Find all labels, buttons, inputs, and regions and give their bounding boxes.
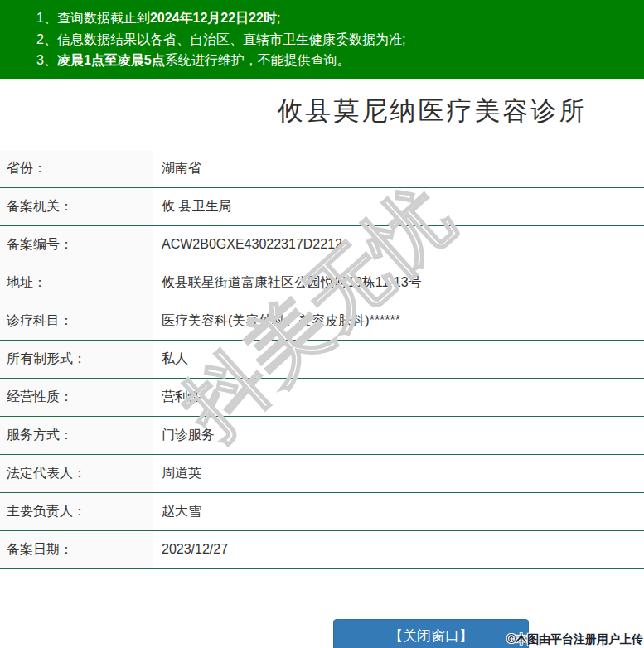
notice-3-num: 3、 bbox=[36, 53, 57, 67]
row-label: 经营性质： bbox=[0, 379, 153, 416]
row-label: 所有制形式： bbox=[0, 341, 153, 378]
row-label: 备案日期： bbox=[0, 531, 153, 568]
table-row-business-nature: 经营性质： 营利性 bbox=[0, 379, 644, 417]
notice-3-post: 系统进行维护，不能提供查询。 bbox=[165, 53, 351, 67]
table-row-authority: 备案机关： 攸 县卫生局 bbox=[0, 188, 644, 226]
row-value: 门诊服务 bbox=[153, 417, 644, 454]
row-value: 赵大雪 bbox=[153, 493, 644, 530]
row-value: 攸县联星街道富康社区公园悦府19栋11-13号 bbox=[153, 264, 644, 302]
row-value: 攸 县卫生局 bbox=[153, 188, 644, 225]
corner-watermark: ©本图由平台注册用户上传 bbox=[507, 632, 643, 647]
table-row-record-date: 备案日期： 2023/12/27 bbox=[0, 531, 644, 569]
table-row-address: 地址： 攸县联星街道富康社区公园悦府19栋11-13号 bbox=[0, 264, 644, 302]
notice-line-2: 2、信息数据结果以各省、自治区、直辖市卫生健康委数据为准; bbox=[36, 29, 636, 51]
row-value: 湖南省 bbox=[153, 150, 644, 187]
table-row-service-mode: 服务方式： 门诊服务 bbox=[0, 417, 644, 455]
row-label: 备案机关： bbox=[0, 188, 153, 225]
notice-1-bold: 2024年12月22日22时 bbox=[150, 11, 277, 25]
row-label: 地址： bbox=[0, 264, 153, 302]
notice-1-text: 查询数据截止到 bbox=[57, 11, 150, 25]
row-value: 营利性 bbox=[153, 379, 644, 416]
notice-3-bold: 凌晨1点至凌晨5点 bbox=[57, 53, 165, 67]
registry-table: 省份： 湖南省 备案机关： 攸 县卫生局 备案编号： ACW2B0GXE4302… bbox=[0, 150, 644, 569]
row-label: 省份： bbox=[0, 150, 153, 187]
row-value: 周道英 bbox=[153, 455, 644, 492]
row-label: 法定代表人： bbox=[0, 455, 153, 492]
row-label: 服务方式： bbox=[0, 417, 153, 454]
table-row-main-person: 主要负责人： 赵大雪 bbox=[0, 493, 644, 531]
row-value: 医疗美容科(美容外科、美容皮肤科)****** bbox=[153, 302, 644, 340]
table-row-legal-rep: 法定代表人： 周道英 bbox=[0, 455, 644, 493]
row-label: 主要负责人： bbox=[0, 493, 153, 530]
close-window-button[interactable]: 【关闭窗口】 bbox=[333, 619, 529, 648]
notice-line-3: 3、凌晨1点至凌晨5点系统进行维护，不能提供查询。 bbox=[36, 50, 636, 71]
row-value: 私人 bbox=[153, 341, 644, 378]
notice-2-num: 2、 bbox=[36, 32, 57, 46]
notice-2-text: 信息数据结果以各省、自治区、直辖市卫生健康委数据为准; bbox=[57, 32, 405, 46]
row-label: 备案编号： bbox=[0, 226, 153, 264]
row-label: 诊疗科目： bbox=[0, 302, 153, 340]
row-value: ACW2B0GXE43022317D2212 bbox=[153, 226, 644, 264]
table-row-ownership: 所有制形式： 私人 bbox=[0, 341, 644, 379]
table-row-province: 省份： 湖南省 bbox=[0, 150, 644, 188]
table-row-record-number: 备案编号： ACW2B0GXE43022317D2212 bbox=[0, 226, 644, 264]
notice-banner: 1、查询数据截止到2024年12月22日22时; 2、信息数据结果以各省、自治区… bbox=[0, 0, 644, 79]
notice-line-1: 1、查询数据截止到2024年12月22日22时; bbox=[36, 7, 636, 29]
title-area: 攸县莫尼纳医疗美容诊所 bbox=[0, 92, 644, 130]
notice-1-post: ; bbox=[277, 11, 280, 25]
notice-1-num: 1、 bbox=[36, 11, 57, 25]
page-title: 攸县莫尼纳医疗美容诊所 bbox=[220, 92, 644, 130]
row-value: 2023/12/27 bbox=[153, 531, 644, 568]
table-row-subjects: 诊疗科目： 医疗美容科(美容外科、美容皮肤科)****** bbox=[0, 302, 644, 341]
